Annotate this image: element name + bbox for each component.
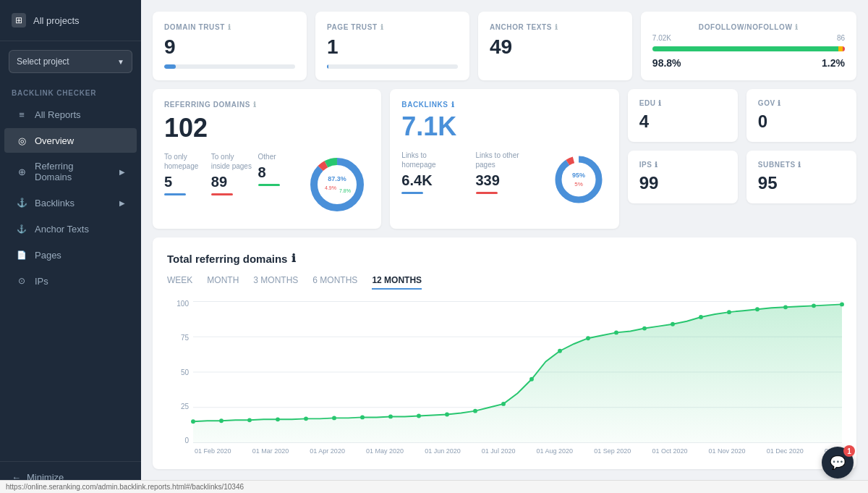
right-small-cards: EDU ℹ 4 GOV ℹ 0 IPS ℹ — [628, 89, 856, 229]
dot-23 — [840, 302, 844, 306]
anchor-texts-icon: ⚓ — [16, 223, 27, 235]
svg-text:87.3%: 87.3% — [328, 175, 347, 182]
chat-badge: 1 — [843, 445, 855, 457]
gov-label: GOV ℹ — [758, 99, 845, 107]
backlinks-label: BACKLINKS ℹ — [401, 101, 607, 109]
gov-info-icon[interactable]: ℹ — [778, 99, 781, 107]
referring-domains-card: REFERRING DOMAINS ℹ 102 To only homepage… — [153, 89, 381, 229]
dot-12 — [529, 377, 534, 382]
backlinks-donut-svg: 95% 5% — [550, 151, 608, 208]
ref-sub-other: Other 8 — [258, 152, 299, 186]
referring-domains-icon: ⊕ — [16, 166, 27, 177]
referring-domains-label: REFERRING DOMAINS ℹ — [164, 101, 370, 109]
domain-trust-progress — [164, 64, 295, 69]
chevron-right-icon-2: ▶ — [119, 199, 125, 207]
x-label-8: 01 Oct 2020 — [652, 447, 687, 455]
dot-10 — [473, 409, 477, 413]
backlinks-other-bar — [476, 192, 498, 194]
chevron-right-icon: ▶ — [119, 168, 125, 176]
subnets-value: 95 — [758, 173, 845, 193]
edu-value: 4 — [639, 111, 726, 132]
sidebar-item-overview[interactable]: ◎ Overview — [4, 128, 137, 153]
dot-7 — [388, 415, 393, 419]
tab-month[interactable]: MONTH — [207, 275, 239, 290]
sidebar-item-referring-domains[interactable]: ⊕ Referring Domains ▶ — [4, 154, 137, 189]
ips-label: IPS ℹ — [639, 161, 726, 169]
backlinks-other-value: 339 — [476, 172, 535, 189]
ips-info-icon[interactable]: ℹ — [655, 161, 658, 169]
small-cards-bottom-row: IPS ℹ 99 SUBNETS ℹ 95 — [628, 151, 856, 203]
nav-label-pages: Pages — [35, 250, 61, 261]
project-select[interactable]: Select project ▼ — [9, 50, 132, 73]
dofollow-info-icon[interactable]: ℹ — [795, 23, 799, 31]
sidebar-item-ips[interactable]: ⊙ IPs — [4, 269, 137, 293]
tab-12months[interactable]: 12 MONTHS — [372, 275, 422, 290]
page-trust-info-icon[interactable]: ℹ — [380, 23, 384, 31]
chat-icon: 💬 — [830, 455, 846, 471]
nofollow-pct: 1.2% — [822, 57, 845, 69]
sidebar-item-all-reports[interactable]: ≡ All Reports — [4, 102, 137, 127]
ref-inside-value: 89 — [211, 174, 252, 190]
dot-4 — [304, 416, 308, 421]
ref-domains-sub: To only homepage 5 To only inside pages … — [164, 152, 370, 217]
dot-0 — [191, 419, 195, 424]
backlinks-homepage: Links to homepage 6.4K — [401, 151, 461, 194]
page-trust-fill — [327, 64, 328, 69]
dot-1 — [219, 418, 224, 423]
chart-info-icon[interactable]: ℹ — [292, 252, 296, 265]
anchor-texts-info-icon[interactable]: ℹ — [555, 23, 558, 31]
dofollow-stats: 98.8% 1.2% — [652, 57, 845, 69]
domain-trust-card: DOMAIN TRUST ℹ 9 — [153, 12, 307, 80]
backlinks-sub: Links to homepage 6.4K Links to other pa… — [401, 151, 607, 208]
small-cards-top-row: EDU ℹ 4 GOV ℹ 0 — [628, 89, 856, 142]
ref-sub-homepage: To only homepage 5 — [164, 152, 205, 195]
gov-value: 0 — [758, 111, 845, 132]
sidebar: ⊞ All projects Select project ▼ BACKLINK… — [0, 0, 141, 493]
sidebar-item-anchor-texts[interactable]: ⚓ Anchor Texts — [4, 216, 137, 241]
dofollow-label: DOFOLLOW/NOFOLLOW ℹ — [652, 23, 845, 31]
backlinks-homepage-bar — [401, 192, 423, 194]
project-select-label: Select project — [17, 56, 69, 67]
all-projects-icon: ⊞ — [12, 13, 26, 28]
dofollow-pct: 98.8% — [652, 57, 681, 69]
ips-value: 99 — [639, 173, 726, 193]
ips-icon: ⊙ — [16, 275, 27, 287]
ref-homepage-bar — [164, 193, 186, 195]
ref-inside-bar — [211, 193, 233, 195]
x-label-10: 01 Dec 2020 — [767, 447, 804, 455]
tab-6months[interactable]: 6 MONTHS — [312, 275, 357, 290]
x-label-9: 01 Nov 2020 — [709, 447, 746, 455]
edu-label: EDU ℹ — [639, 99, 726, 107]
nav-label-all-reports: All Reports — [35, 109, 81, 120]
domain-trust-fill — [164, 64, 176, 69]
dofollow-counts: 7.02K 86 — [652, 34, 845, 42]
chat-button[interactable]: 💬 1 — [822, 447, 854, 479]
domain-trust-info-icon[interactable]: ℹ — [228, 23, 231, 31]
chevron-down-icon: ▼ — [117, 58, 124, 66]
subnets-label: SUBNETS ℹ — [758, 161, 845, 169]
sidebar-item-backlinks[interactable]: ⚓ Backlinks ▶ — [4, 190, 137, 215]
ref-donut-chart: 87.3% 4.9% 7.8% — [305, 152, 370, 217]
tab-week[interactable]: WEEK — [167, 275, 192, 290]
referring-domains-info-icon[interactable]: ℹ — [253, 101, 257, 109]
anchor-texts-value: 49 — [490, 35, 621, 59]
backlinks-homepage-label: Links to homepage — [401, 151, 461, 169]
page-trust-progress — [327, 64, 458, 69]
edu-info-icon[interactable]: ℹ — [658, 99, 662, 107]
sidebar-item-pages[interactable]: 📄 Pages — [4, 243, 137, 267]
ref-homepage-label: To only homepage — [164, 152, 205, 171]
y-tick-100: 100 — [176, 300, 189, 308]
dot-22 — [812, 303, 816, 308]
anchor-texts-label: ANCHOR TEXTS ℹ — [490, 23, 621, 31]
nofollow-count: 86 — [837, 34, 845, 42]
backlinks-info-icon[interactable]: ℹ — [451, 101, 455, 109]
backlinks-card: BACKLINKS ℹ 7.1K Links to homepage 6.4K … — [390, 89, 618, 229]
dot-3 — [276, 417, 280, 421]
subnets-info-icon[interactable]: ℹ — [798, 161, 801, 169]
chart-tabs: WEEK MONTH 3 MONTHS 6 MONTHS 12 MONTHS — [167, 275, 842, 290]
dot-5 — [332, 416, 336, 420]
y-tick-75: 75 — [181, 334, 189, 342]
x-axis-labels: 01 Feb 2020 01 Mar 2020 01 Apr 2020 01 M… — [193, 447, 842, 455]
backlinks-icon: ⚓ — [16, 197, 27, 208]
tab-3months[interactable]: 3 MONTHS — [253, 275, 298, 290]
